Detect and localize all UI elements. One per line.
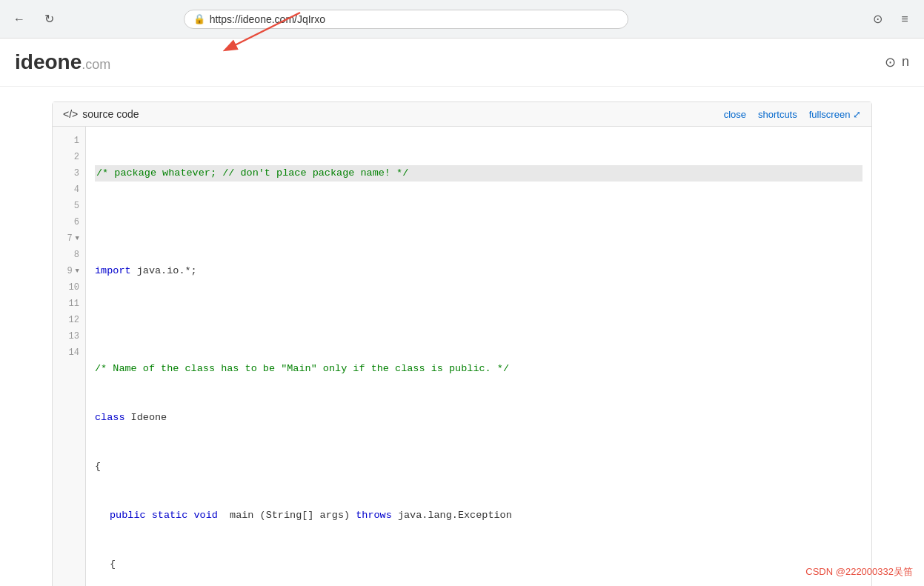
line-num-3: 3 bbox=[59, 165, 79, 182]
code-line-3: import java.io.*; bbox=[95, 263, 862, 279]
code-icon: </> bbox=[63, 108, 78, 120]
code-title-text: source code bbox=[82, 108, 139, 120]
line-num-6: 6 bbox=[59, 214, 79, 230]
site-logo: ideone.com bbox=[15, 50, 110, 74]
code-panel-actions: close shortcuts fullscreen ⤢ bbox=[724, 109, 861, 120]
code-line-6: class Ideone bbox=[95, 410, 862, 426]
code-panel-title: </> source code bbox=[63, 108, 139, 120]
code-line-9: { bbox=[95, 556, 862, 573]
line-numbers: 1 2 3 4 5 6 7▼ 8 9▼ 10 11 12 13 14 bbox=[53, 127, 86, 586]
url-input[interactable] bbox=[210, 13, 619, 25]
browser-right-icons: ⊙ ≡ bbox=[868, 9, 915, 30]
logo-main: ideone bbox=[15, 50, 82, 73]
line-num-13: 13 bbox=[59, 328, 79, 344]
menu-icon-btn[interactable]: ≡ bbox=[894, 9, 915, 30]
line-num-8: 8 bbox=[59, 247, 79, 263]
site-header: ideone.com ⊙ n bbox=[0, 39, 924, 87]
line-num-7: 7▼ bbox=[59, 230, 79, 247]
line-num-11: 11 bbox=[59, 296, 79, 312]
line-num-12: 12 bbox=[59, 312, 79, 328]
header-icon1[interactable]: ⊙ bbox=[885, 54, 896, 70]
line-num-14: 14 bbox=[59, 344, 79, 361]
code-line-1: /* package whatever; // don't place pack… bbox=[95, 165, 862, 182]
code-line-2 bbox=[95, 214, 862, 230]
site-header-right: ⊙ n bbox=[885, 54, 909, 70]
shortcuts-link[interactable]: shortcuts bbox=[758, 109, 797, 120]
code-editor[interactable]: 1 2 3 4 5 6 7▼ 8 9▼ 10 11 12 13 14 /* pa… bbox=[53, 127, 871, 586]
code-line-8: public static void main (String[] args) … bbox=[95, 507, 862, 524]
back-button[interactable]: ← bbox=[9, 9, 30, 30]
address-bar[interactable]: 🔒 bbox=[184, 10, 628, 29]
line-num-5: 5 bbox=[59, 198, 79, 214]
lock-icon: 🔒 bbox=[193, 13, 205, 24]
main-content: </> source code close shortcuts fullscre… bbox=[0, 87, 924, 586]
profile-icon-btn[interactable]: ⊙ bbox=[868, 9, 888, 30]
code-line-4 bbox=[95, 312, 862, 328]
line-num-2: 2 bbox=[59, 149, 79, 165]
header-icon2[interactable]: n bbox=[902, 54, 909, 70]
code-line-7: { bbox=[95, 459, 862, 475]
logo-suffix: .com bbox=[82, 57, 110, 72]
code-panel-header: </> source code close shortcuts fullscre… bbox=[53, 102, 871, 127]
line-num-4: 4 bbox=[59, 182, 79, 198]
fullscreen-icon: ⤢ bbox=[853, 109, 861, 120]
watermark: CSDN @222000332吴笛 bbox=[805, 565, 913, 579]
line-num-10: 10 bbox=[59, 279, 79, 296]
fullscreen-link[interactable]: fullscreen ⤢ bbox=[809, 109, 861, 120]
close-link[interactable]: close bbox=[724, 109, 746, 120]
browser-bar: ← ↻ 🔒 ⊙ ≡ bbox=[0, 0, 924, 39]
code-panel: </> source code close shortcuts fullscre… bbox=[52, 101, 872, 586]
reload-button[interactable]: ↻ bbox=[39, 9, 59, 30]
fullscreen-text: fullscreen bbox=[809, 109, 851, 120]
line-num-1: 1 bbox=[59, 133, 79, 149]
line-num-9: 9▼ bbox=[59, 263, 79, 279]
code-line-5: /* Name of the class has to be "Main" on… bbox=[95, 361, 862, 377]
code-content[interactable]: /* package whatever; // don't place pack… bbox=[86, 127, 871, 586]
